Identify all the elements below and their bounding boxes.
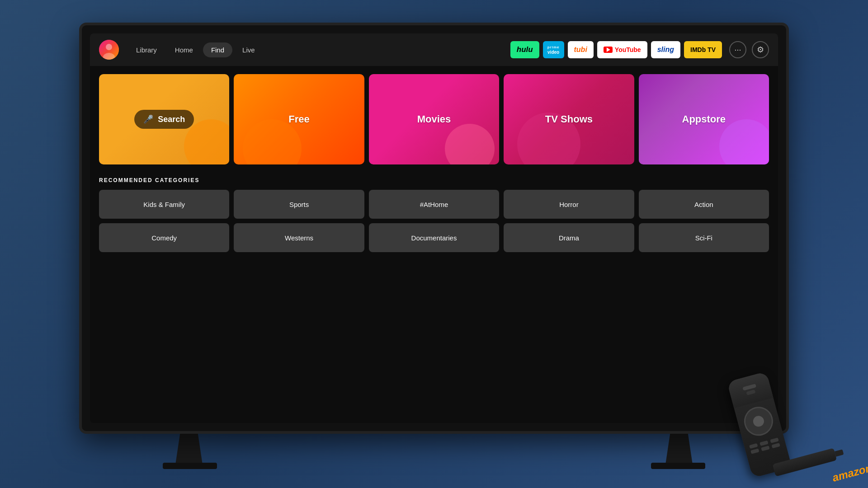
category-sci-fi[interactable]: Sci-Fi: [639, 223, 769, 252]
avatar[interactable]: [99, 40, 119, 60]
remote-btn-4[interactable]: [750, 448, 759, 454]
hero-card-movies[interactable]: Movies: [369, 74, 499, 164]
nav-services: hulu prime video tubi YouTube sling IMDb…: [510, 41, 722, 58]
nav-find[interactable]: Find: [203, 42, 232, 57]
nav-library[interactable]: Library: [128, 42, 165, 57]
hero-card-search[interactable]: 🎤 Search: [99, 74, 229, 164]
hero-cards: 🎤 Search Free Movies TV Shows Ap: [99, 74, 769, 164]
category-drama[interactable]: Drama: [504, 223, 634, 252]
svg-point-1: [106, 44, 112, 50]
categories-title: RECOMMENDED CATEGORIES: [99, 177, 769, 183]
categories-section: RECOMMENDED CATEGORIES Kids & Family Spo…: [99, 177, 769, 259]
remote-btn-3[interactable]: [770, 437, 778, 443]
category-horror[interactable]: Horror: [504, 190, 634, 219]
main-content: 🎤 Search Free Movies TV Shows Ap: [90, 66, 778, 267]
youtube-label: YouTube: [615, 46, 641, 53]
nav-links: Library Home Find Live: [128, 42, 263, 57]
service-imdb[interactable]: IMDb TV: [684, 41, 722, 58]
remote-btn-1[interactable]: [749, 443, 758, 449]
search-label: Search: [158, 115, 185, 124]
mic-icon: 🎤: [143, 114, 153, 124]
category-action[interactable]: Action: [639, 190, 769, 219]
remote-btn-5[interactable]: [761, 446, 769, 451]
nav-settings-button[interactable]: ⚙: [752, 41, 769, 58]
service-hulu[interactable]: hulu: [510, 41, 539, 58]
service-sling[interactable]: sling: [651, 41, 680, 58]
tv-stand-base-left: [163, 463, 217, 469]
youtube-icon: [604, 47, 613, 53]
category-sports[interactable]: Sports: [234, 190, 364, 219]
tv-body: Library Home Find Live hulu prime video …: [79, 23, 789, 434]
tv-stand-left: [175, 428, 203, 465]
nav-bar: Library Home Find Live hulu prime video …: [90, 33, 778, 66]
hero-card-appstore[interactable]: Appstore: [639, 74, 769, 164]
nav-home[interactable]: Home: [167, 42, 201, 57]
service-tubi[interactable]: tubi: [568, 41, 594, 58]
category-documentaries[interactable]: Documentaries: [369, 223, 499, 252]
category-kids-family[interactable]: Kids & Family: [99, 190, 229, 219]
remote-btn-6[interactable]: [771, 443, 780, 448]
amazon-logo: amazon: [831, 462, 868, 484]
service-prime[interactable]: prime video: [543, 41, 564, 58]
remote-btn-2[interactable]: [760, 441, 768, 446]
category-athome[interactable]: #AtHome: [369, 190, 499, 219]
nav-more-button[interactable]: ···: [729, 41, 746, 58]
firestick-usb: [835, 449, 844, 456]
tv-stand-base-right: [651, 463, 705, 469]
search-button[interactable]: 🎤 Search: [134, 110, 194, 129]
category-comedy[interactable]: Comedy: [99, 223, 229, 252]
remote-dpad[interactable]: [741, 404, 776, 439]
tv-stand-right: [665, 428, 693, 465]
service-youtube[interactable]: YouTube: [597, 41, 647, 58]
remote-buttons: [749, 437, 781, 454]
tvshows-label: TV Shows: [545, 113, 593, 125]
movies-label: Movies: [417, 113, 451, 125]
hero-card-tvshows[interactable]: TV Shows: [504, 74, 634, 164]
nav-live[interactable]: Live: [234, 42, 263, 57]
tv-screen: Library Home Find Live hulu prime video …: [90, 33, 778, 423]
scene: Library Home Find Live hulu prime video …: [0, 0, 868, 488]
free-label: Free: [288, 113, 309, 125]
hero-card-free[interactable]: Free: [234, 74, 364, 164]
remote-speaker: [746, 389, 755, 395]
prime-top-label: prime: [547, 45, 560, 49]
appstore-label: Appstore: [682, 113, 726, 125]
category-westerns[interactable]: Westerns: [234, 223, 364, 252]
remote-dpad-center[interactable]: [752, 415, 765, 428]
categories-grid: Kids & Family Sports #AtHome Horror Acti…: [99, 190, 769, 252]
prime-bottom-label: video: [547, 50, 559, 55]
